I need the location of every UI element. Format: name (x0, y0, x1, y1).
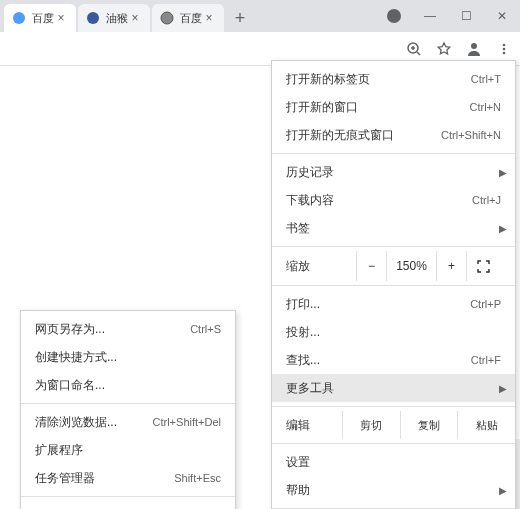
tab-title: 油猴 (106, 11, 128, 26)
tab-1[interactable]: 百度 × (4, 4, 76, 32)
zoom-in-button[interactable]: + (436, 251, 466, 281)
svg-point-3 (387, 9, 401, 23)
tab-3[interactable]: 百度 × (152, 4, 224, 32)
close-icon[interactable]: × (202, 11, 216, 25)
close-window-button[interactable]: ✕ (484, 2, 520, 30)
zoom-label: 缩放 (286, 258, 356, 275)
maximize-button[interactable]: ☐ (448, 2, 484, 30)
separator (21, 496, 235, 497)
svg-point-2 (161, 12, 173, 24)
menu-cast[interactable]: 投射... (272, 318, 515, 346)
svg-point-9 (503, 43, 506, 46)
svg-point-1 (87, 12, 99, 24)
svg-point-10 (503, 47, 506, 50)
chevron-right-icon: ▶ (499, 167, 507, 178)
separator (21, 403, 235, 404)
favicon-icon (12, 11, 26, 25)
tab-bar: 百度 × 油猴 × 百度 × + — ☐ ✕ (0, 0, 520, 32)
menu-settings[interactable]: 设置 (272, 448, 515, 476)
chrome-main-menu: 打开新的标签页Ctrl+T 打开新的窗口Ctrl+N 打开新的无痕式窗口Ctrl… (271, 60, 516, 509)
separator (272, 406, 515, 407)
separator (272, 246, 515, 247)
svg-point-8 (471, 43, 477, 49)
menu-help[interactable]: 帮助▶ (272, 476, 515, 504)
chevron-right-icon: ▶ (499, 485, 507, 496)
close-icon[interactable]: × (54, 11, 68, 25)
menu-new-incognito[interactable]: 打开新的无痕式窗口Ctrl+Shift+N (272, 121, 515, 149)
menu-new-window[interactable]: 打开新的窗口Ctrl+N (272, 93, 515, 121)
separator (272, 443, 515, 444)
menu-print[interactable]: 打印...Ctrl+P (272, 290, 515, 318)
edit-label: 编辑 (272, 417, 342, 434)
menu-edit-row: 编辑 剪切 复制 粘贴 (272, 411, 515, 439)
favicon-icon (86, 11, 100, 25)
copy-button[interactable]: 复制 (400, 411, 458, 439)
zoom-value: 150% (386, 251, 436, 281)
tab-title: 百度 (180, 11, 202, 26)
submenu-clear-data[interactable]: 清除浏览数据...Ctrl+Shift+Del (21, 408, 235, 436)
incognito-icon (376, 2, 412, 30)
svg-line-5 (417, 52, 420, 55)
svg-point-11 (503, 51, 506, 54)
fullscreen-button[interactable] (466, 251, 500, 281)
menu-zoom-row: 缩放 − 150% + (272, 251, 515, 281)
zoom-out-button[interactable]: − (356, 251, 386, 281)
star-icon[interactable] (434, 39, 454, 59)
submenu-create-shortcut[interactable]: 创建快捷方式... (21, 343, 235, 371)
separator (272, 285, 515, 286)
menu-more-tools[interactable]: 更多工具▶ (272, 374, 515, 402)
submenu-dev-tools[interactable]: 开发者工具Ctrl+Shift+I (21, 501, 235, 509)
tab-title: 百度 (32, 11, 54, 26)
minimize-button[interactable]: — (412, 2, 448, 30)
new-tab-button[interactable]: + (226, 4, 254, 32)
separator (272, 153, 515, 154)
menu-downloads[interactable]: 下载内容Ctrl+J (272, 186, 515, 214)
paste-button[interactable]: 粘贴 (457, 411, 515, 439)
menu-icon[interactable] (494, 39, 514, 59)
submenu-save-as[interactable]: 网页另存为...Ctrl+S (21, 315, 235, 343)
favicon-icon (160, 11, 174, 25)
more-tools-submenu: 网页另存为...Ctrl+S 创建快捷方式... 为窗口命名... 清除浏览数据… (20, 310, 236, 509)
menu-history[interactable]: 历史记录▶ (272, 158, 515, 186)
submenu-extensions[interactable]: 扩展程序 (21, 436, 235, 464)
close-icon[interactable]: × (128, 11, 142, 25)
submenu-task-manager[interactable]: 任务管理器Shift+Esc (21, 464, 235, 492)
menu-find[interactable]: 查找...Ctrl+F (272, 346, 515, 374)
submenu-name-window[interactable]: 为窗口命名... (21, 371, 235, 399)
menu-new-tab[interactable]: 打开新的标签页Ctrl+T (272, 65, 515, 93)
zoom-icon[interactable] (404, 39, 424, 59)
cut-button[interactable]: 剪切 (342, 411, 400, 439)
profile-icon[interactable] (464, 39, 484, 59)
svg-point-0 (13, 12, 25, 24)
menu-bookmarks[interactable]: 书签▶ (272, 214, 515, 242)
chevron-right-icon: ▶ (499, 383, 507, 394)
window-controls: — ☐ ✕ (376, 0, 520, 32)
chevron-right-icon: ▶ (499, 223, 507, 234)
tab-2[interactable]: 油猴 × (78, 4, 150, 32)
